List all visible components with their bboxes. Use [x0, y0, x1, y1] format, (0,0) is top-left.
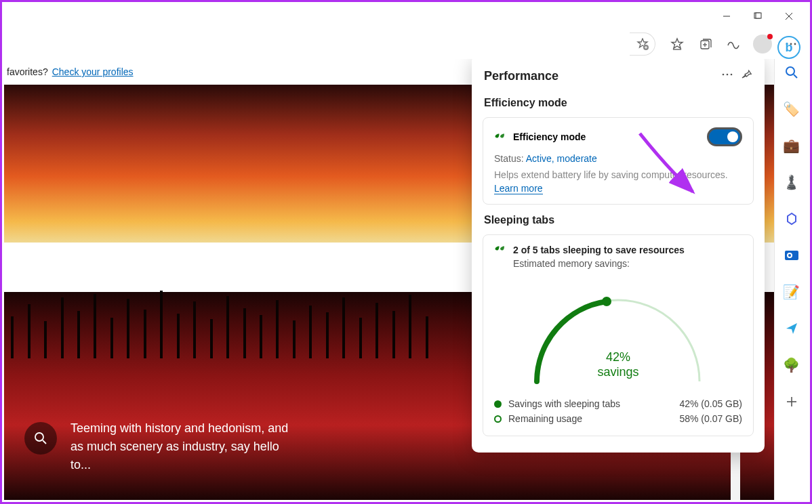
svg-line-17 — [43, 440, 46, 444]
sleeping-section-title: Sleeping tabs — [472, 207, 765, 232]
gauge-label: savings — [597, 365, 638, 379]
hero-poles-graphic — [4, 284, 435, 358]
efficiency-card: Efficiency mode Status: Active, moderate… — [483, 117, 754, 205]
favorites-button[interactable] — [665, 32, 689, 56]
sidebar-add[interactable] — [781, 391, 803, 413]
savings-gauge: 42% savings — [494, 274, 742, 396]
hero-caption-text: Teeming with history and hedonism, and a… — [70, 419, 301, 474]
legend-label: Savings with sleeping tabs — [508, 398, 620, 409]
sidebar-app-2[interactable] — [781, 318, 803, 339]
efficiency-label: Efficiency mode — [513, 131, 586, 142]
learn-more-link[interactable]: Learn more — [494, 183, 543, 194]
legend-label: Remaining usage — [508, 413, 582, 424]
sidebar-search[interactable] — [781, 62, 803, 83]
send-icon — [785, 322, 798, 335]
sleeping-card: 2 of 5 tabs sleeping to save resources E… — [483, 234, 754, 436]
svg-point-21 — [602, 297, 611, 306]
hero-search-button[interactable] — [24, 422, 57, 455]
collections-button[interactable] — [693, 32, 718, 56]
hero-caption: Teeming with history and hedonism, and a… — [24, 419, 301, 474]
sleeping-headline: 2 of 5 tabs sleeping to save resources — [513, 245, 685, 255]
leaf-icon — [494, 132, 506, 142]
sidebar-outlook[interactable] — [781, 245, 803, 266]
sidebar-office[interactable] — [781, 208, 803, 230]
sidebar-games[interactable]: ♟️ — [781, 171, 803, 193]
pin-icon — [740, 68, 752, 81]
edge-sidebar: 🏷️ 💼 ♟️ 📝 🌳 — [774, 59, 808, 500]
dot-filled-icon — [494, 400, 502, 408]
minimize-button[interactable] — [711, 5, 742, 27]
bing-button[interactable]: b — [777, 36, 800, 59]
efficiency-toggle[interactable] — [707, 127, 742, 146]
efficiency-help-text: Helps extend battery life by saving comp… — [494, 169, 742, 180]
performance-button[interactable] — [722, 32, 746, 56]
svg-point-22 — [786, 67, 794, 75]
maximize-button[interactable] — [742, 5, 773, 27]
sleeping-subline: Estimated memory savings: — [513, 258, 742, 269]
gauge-pct: 42% — [606, 350, 630, 364]
close-button[interactable] — [773, 5, 805, 27]
svg-point-26 — [788, 254, 791, 257]
efficiency-section-title: Efficiency mode — [472, 90, 765, 114]
plus-icon — [786, 396, 798, 408]
legend-row: Savings with sleeping tabs 42% (0.05 GB) — [494, 396, 742, 411]
address-bar-end[interactable] — [630, 33, 655, 56]
outlook-icon — [784, 249, 799, 262]
panel-title: Performance — [484, 69, 559, 83]
browser-toolbar — [2, 30, 810, 58]
add-favorite-icon — [636, 38, 649, 50]
svg-point-19 — [727, 74, 729, 76]
status-value: Active, moderate — [526, 153, 597, 164]
legend-value: 58% (0.07 GB) — [679, 413, 742, 424]
sidebar-shopping[interactable]: 🏷️ — [781, 98, 803, 120]
svg-rect-2 — [756, 13, 761, 18]
favorites-prompt-text: favorites? — [7, 66, 48, 77]
search-icon — [785, 66, 798, 79]
legend-row: Remaining usage 58% (0.07 GB) — [494, 411, 742, 426]
sidebar-app-3[interactable]: 🌳 — [781, 354, 803, 376]
dot-outline-icon — [494, 415, 502, 423]
window-titlebar — [2, 2, 810, 30]
panel-more-button[interactable] — [721, 68, 733, 83]
svg-line-23 — [794, 75, 797, 78]
profile-button[interactable] — [750, 32, 775, 56]
check-profiles-link[interactable]: Check your profiles — [52, 66, 134, 77]
search-icon — [34, 432, 47, 445]
gauge-legend: Savings with sleeping tabs 42% (0.05 GB)… — [494, 396, 742, 426]
status-prefix: Status: — [494, 153, 526, 164]
svg-point-16 — [35, 433, 43, 441]
main-content: favorites? Check your profiles — [4, 59, 774, 500]
performance-panel: Performance Efficiency mode — [472, 59, 765, 453]
svg-point-18 — [723, 74, 725, 76]
avatar-icon — [753, 35, 772, 54]
office-icon — [785, 212, 798, 226]
svg-point-20 — [731, 74, 733, 76]
leaf-icon — [494, 245, 506, 254]
sidebar-app-1[interactable]: 📝 — [781, 281, 803, 303]
sidebar-tools[interactable]: 💼 — [781, 135, 803, 156]
panel-pin-button[interactable] — [740, 68, 752, 83]
legend-value: 42% (0.05 GB) — [679, 398, 742, 409]
